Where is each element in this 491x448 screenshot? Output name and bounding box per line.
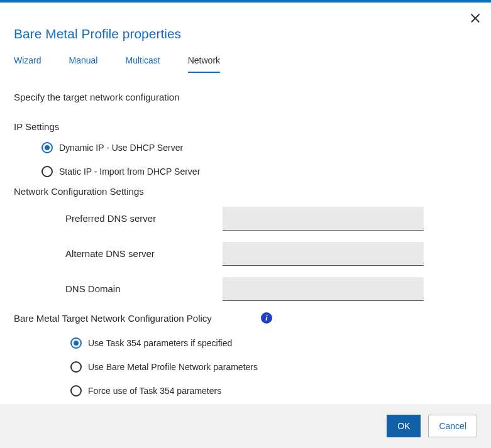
ip-dynamic-row[interactable]: Dynamic IP - Use DHCP Server bbox=[41, 142, 477, 153]
preferred-dns-label: Preferred DNS server bbox=[65, 207, 223, 224]
dialog-content: Bare Metal Profile properties Wizard Man… bbox=[0, 3, 491, 396]
ip-static-row[interactable]: Static IP - Import from DHCP Server bbox=[41, 166, 477, 177]
ok-button[interactable]: OK bbox=[387, 415, 421, 437]
section-intro: Specify the target network configuration bbox=[14, 92, 477, 102]
tab-wizard[interactable]: Wizard bbox=[14, 55, 41, 73]
alternate-dns-label: Alternate DNS server bbox=[65, 242, 223, 259]
tab-network[interactable]: Network bbox=[188, 55, 220, 73]
policy-heading-row: Bare Metal Target Network Configuration … bbox=[14, 312, 477, 324]
tab-manual[interactable]: Manual bbox=[69, 55, 98, 73]
radio-policy-opt1-label: Use Task 354 parameters if specified bbox=[88, 338, 232, 348]
alternate-dns-row: Alternate DNS server bbox=[65, 242, 477, 266]
radio-policy-opt2[interactable] bbox=[70, 361, 82, 373]
radio-ip-dynamic-label: Dynamic IP - Use DHCP Server bbox=[59, 143, 183, 153]
radio-policy-opt3-label: Force use of Task 354 parameters bbox=[88, 386, 221, 396]
radio-ip-dynamic[interactable] bbox=[41, 142, 53, 153]
policy-opt2-row[interactable]: Use Bare Metal Profile Network parameter… bbox=[70, 361, 477, 373]
dialog-footer: OK Cancel bbox=[0, 404, 491, 448]
dns-domain-row: DNS Domain bbox=[65, 277, 477, 301]
policy-opt1-row[interactable]: Use Task 354 parameters if specified bbox=[70, 337, 477, 349]
ip-settings-heading: IP Settings bbox=[14, 121, 477, 132]
policy-heading: Bare Metal Target Network Configuration … bbox=[14, 313, 212, 324]
dialog-title: Bare Metal Profile properties bbox=[14, 26, 477, 41]
info-icon[interactable]: i bbox=[261, 312, 272, 324]
dns-domain-input[interactable] bbox=[223, 277, 424, 301]
radio-ip-static-label: Static IP - Import from DHCP Server bbox=[59, 167, 200, 177]
netconf-heading: Network Configuration Settings bbox=[14, 186, 477, 197]
radio-policy-opt3[interactable] bbox=[70, 385, 82, 396]
preferred-dns-row: Preferred DNS server bbox=[65, 207, 477, 231]
radio-policy-opt2-label: Use Bare Metal Profile Network parameter… bbox=[88, 362, 258, 372]
alternate-dns-input[interactable] bbox=[223, 242, 424, 266]
radio-ip-static[interactable] bbox=[41, 166, 53, 177]
dns-domain-label: DNS Domain bbox=[65, 277, 223, 294]
tab-bar: Wizard Manual Multicast Network bbox=[14, 55, 477, 73]
tab-multicast[interactable]: Multicast bbox=[125, 55, 160, 73]
preferred-dns-input[interactable] bbox=[223, 207, 424, 231]
policy-opt3-row[interactable]: Force use of Task 354 parameters bbox=[70, 385, 477, 396]
close-icon[interactable] bbox=[470, 13, 481, 24]
cancel-button[interactable]: Cancel bbox=[428, 415, 477, 437]
radio-policy-opt1[interactable] bbox=[70, 337, 82, 349]
